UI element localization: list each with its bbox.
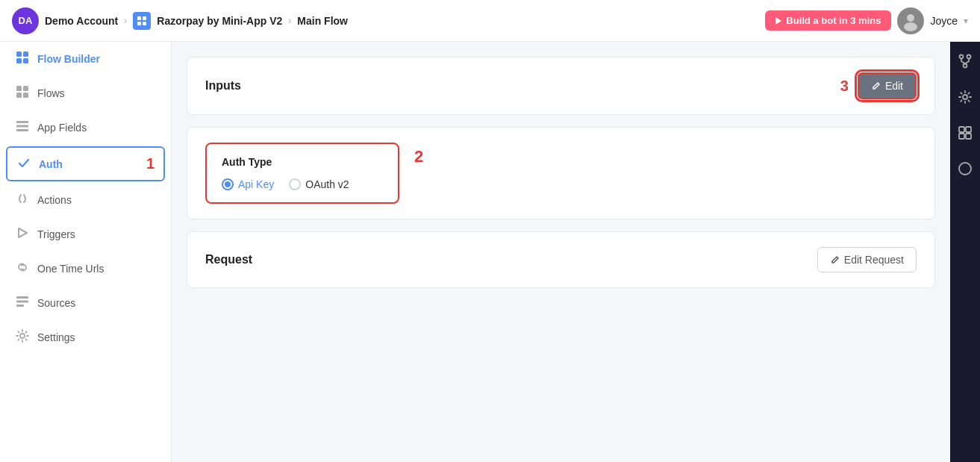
radio-dot-api-key — [222, 178, 234, 190]
triggers-icon — [15, 226, 30, 243]
auth-type-title: Auth Type — [222, 156, 383, 168]
svg-rect-15 — [16, 125, 28, 128]
username-dropdown-icon[interactable]: ▾ — [964, 16, 968, 26]
request-card: Request Edit Request — [187, 231, 935, 288]
annotation-3: 3 — [840, 78, 849, 95]
inputs-edit-button[interactable]: Edit — [858, 72, 917, 99]
inputs-card-header: Inputs 3 Edit — [205, 72, 917, 99]
account-avatar: DA — [12, 7, 39, 34]
actions-icon — [15, 192, 30, 208]
auth-type-inner-card: Auth Type Api Key OAuth v2 — [205, 143, 399, 204]
svg-rect-19 — [16, 301, 28, 303]
play-icon — [775, 17, 781, 25]
sources-icon — [15, 295, 30, 311]
flow-name: Main Flow — [297, 15, 348, 27]
svg-rect-12 — [16, 93, 22, 98]
radio-oauth-v2[interactable]: OAuth v2 — [289, 178, 349, 190]
svg-rect-18 — [16, 296, 28, 299]
branch-icon[interactable] — [955, 51, 976, 72]
sidebar-item-sources[interactable]: Sources — [0, 286, 171, 320]
annotation-2: 2 — [414, 149, 423, 165]
svg-point-25 — [963, 95, 967, 99]
sidebar-item-label-flow-builder: Flow Builder — [37, 53, 100, 65]
account-name: Demo Account — [45, 15, 118, 27]
user-avatar[interactable] — [897, 7, 924, 34]
grid-icon[interactable] — [955, 122, 976, 143]
request-card-header: Request Edit Request — [205, 247, 917, 272]
svg-point-4 — [907, 14, 914, 22]
svg-rect-1 — [143, 16, 146, 20]
radio-label-api-key: Api Key — [238, 178, 274, 190]
svg-rect-7 — [23, 51, 28, 57]
sidebar-item-flows[interactable]: Flows — [0, 76, 171, 110]
edit-request-button[interactable]: Edit Request — [817, 247, 917, 272]
one-time-urls-icon — [15, 260, 30, 277]
svg-rect-16 — [16, 129, 28, 131]
sidebar-item-label-actions: Actions — [37, 194, 72, 206]
main-content: Inputs 3 Edit Auth Type — [172, 42, 950, 462]
inputs-card: Inputs 3 Edit — [187, 57, 935, 115]
request-title: Request — [205, 253, 252, 266]
sidebar-item-auth[interactable]: Auth 1 — [6, 146, 165, 181]
svg-point-5 — [904, 22, 917, 31]
build-bot-button[interactable]: Build a bot in 3 mins — [765, 10, 891, 31]
svg-marker-17 — [19, 228, 27, 237]
svg-rect-2 — [137, 22, 141, 25]
svg-rect-9 — [23, 58, 28, 63]
sidebar-item-label-settings: Settings — [37, 331, 75, 343]
auth-icon — [16, 156, 31, 172]
sidebar-item-label-one-time-urls: One Time Urls — [37, 263, 104, 275]
svg-rect-14 — [16, 121, 28, 123]
auth-type-card: Auth Type Api Key OAuth v2 2 — [187, 127, 935, 219]
svg-rect-26 — [959, 127, 964, 132]
annotation-1: 1 — [146, 155, 155, 172]
svg-rect-6 — [16, 51, 22, 57]
auth-type-radio-group: Api Key OAuth v2 — [222, 178, 383, 190]
svg-rect-0 — [137, 16, 141, 20]
sidebar-item-label-auth: Auth — [39, 158, 63, 170]
breadcrumb-chevron-1: › — [124, 16, 127, 26]
app-name: Razorpay by Mini-App V2 — [157, 15, 282, 27]
svg-point-30 — [959, 163, 971, 175]
right-toolbar — [950, 42, 980, 462]
sidebar-item-label-flows: Flows — [37, 87, 65, 99]
gear-icon[interactable] — [955, 87, 976, 107]
sidebar-item-label-triggers: Triggers — [37, 228, 75, 240]
sidebar-item-flow-builder[interactable]: Flow Builder — [0, 42, 171, 76]
radio-label-oauth-v2: OAuth v2 — [305, 178, 349, 190]
radio-api-key[interactable]: Api Key — [222, 178, 274, 190]
svg-rect-3 — [143, 22, 146, 25]
sidebar-item-label-sources: Sources — [37, 297, 75, 309]
app-fields-icon — [15, 119, 30, 136]
radio-dot-oauth-v2 — [289, 178, 301, 190]
app-header: DA Demo Account › Razorpay by Mini-App V… — [0, 0, 980, 42]
main-layout: Flow Builder Flows App Fields Auth 1 — [0, 42, 980, 462]
username: Joyce — [930, 15, 958, 27]
sidebar-item-label-app-fields: App Fields — [37, 122, 87, 134]
svg-rect-13 — [23, 93, 28, 98]
svg-rect-8 — [16, 58, 22, 63]
app-icon — [133, 12, 151, 30]
sidebar-item-one-time-urls[interactable]: One Time Urls — [0, 252, 171, 286]
svg-rect-28 — [959, 134, 964, 139]
flows-icon — [15, 85, 30, 102]
svg-point-21 — [20, 334, 25, 338]
sidebar-item-settings[interactable]: Settings — [0, 320, 171, 355]
flow-builder-icon — [15, 51, 30, 67]
svg-rect-10 — [16, 86, 22, 91]
settings-icon — [15, 329, 30, 346]
svg-rect-27 — [966, 127, 971, 132]
inputs-title: Inputs — [205, 79, 241, 93]
sidebar-item-triggers[interactable]: Triggers — [0, 217, 171, 252]
sidebar-item-actions[interactable]: Actions — [0, 183, 171, 217]
breadcrumb-chevron-2: › — [288, 16, 291, 26]
sidebar: Flow Builder Flows App Fields Auth 1 — [0, 42, 172, 462]
svg-rect-11 — [23, 86, 28, 91]
circle-icon[interactable] — [955, 158, 976, 179]
sidebar-item-app-fields[interactable]: App Fields — [0, 110, 171, 145]
svg-rect-20 — [16, 305, 24, 307]
svg-rect-29 — [966, 134, 971, 139]
